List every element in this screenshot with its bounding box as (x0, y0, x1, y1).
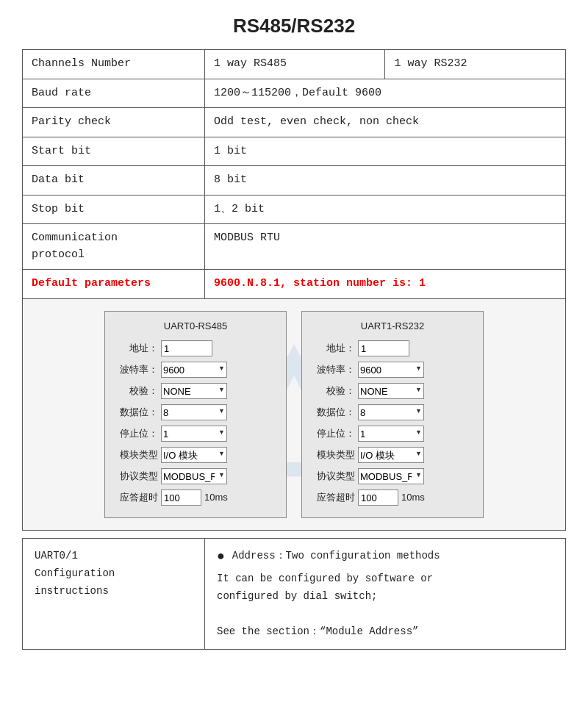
field-label: 模块类型 (115, 448, 158, 462)
panel1-field-1: 波特率： 9600 (312, 362, 473, 378)
field-label: 模块类型 (312, 448, 355, 462)
field-label: 协议类型 (312, 469, 355, 484)
panel1-timeout-field: 应答超时 10ms (312, 489, 473, 506)
panel0-field-2: 校验： NONE (115, 383, 276, 399)
panel1-field-3: 数据位： 8 (312, 404, 473, 420)
row-value: MODBUS RTU (205, 224, 566, 270)
panel1-field-2: 校验： NONE (312, 383, 473, 399)
ui-panels-cell: UART0-RS485地址： 波特率： 9600 校验： NONE 数据位： 8… (23, 298, 566, 531)
field-input[interactable] (358, 340, 409, 356)
row-value: Odd test, even check, non check (205, 108, 566, 137)
field-label: 协议类型 (115, 469, 158, 484)
field-select[interactable]: 1 (358, 426, 424, 442)
field-select[interactable]: I/O 模块 (161, 447, 227, 463)
select-wrapper: 8 (161, 404, 227, 420)
field-label: 数据位： (312, 405, 355, 420)
row-value: 1、2 bit (205, 195, 566, 224)
field-select[interactable]: MODBUS_RTU (358, 468, 424, 484)
field-select[interactable]: NONE (161, 383, 227, 399)
timeout-unit: 10ms (401, 490, 425, 505)
field-label: 波特率： (115, 362, 158, 377)
select-wrapper: 8 (358, 404, 424, 420)
panel0-field-3: 数据位： 8 (115, 404, 276, 420)
row-value: 1200～115200，Default 9600 (205, 79, 566, 108)
select-wrapper: NONE (161, 383, 227, 399)
field-label: 数据位： (115, 405, 158, 420)
page-title: RS485/RS232 (22, 15, 566, 37)
select-wrapper: 9600 (161, 362, 227, 378)
panel1-field-0: 地址： (312, 340, 473, 356)
field-label: 应答超时 (115, 490, 158, 505)
specs-table: Channels Number 1 way RS485 1 way RS232B… (22, 49, 566, 531)
panel0-field-1: 波特率： 9600 (115, 362, 276, 378)
panel1-field-6: 协议类型 MODBUS_RTU (312, 468, 473, 484)
bullet-item: ● Address：Two configuration methods (217, 548, 553, 566)
select-wrapper: 9600 (358, 362, 424, 378)
select-wrapper: MODBUS_RTU (161, 468, 227, 484)
bullet-icon: ● (217, 548, 225, 566)
bullet-text: Address：Two configuration methods (232, 548, 440, 565)
field-select[interactable]: 8 (358, 404, 424, 420)
row-label: Data bit (23, 166, 205, 196)
panel0-timeout-field: 应答超时 10ms (115, 489, 276, 506)
note1: It can be configured by software or conf… (217, 570, 553, 606)
select-wrapper: NONE (358, 383, 424, 399)
field-label: 波特率： (312, 362, 355, 377)
field-label: 校验： (312, 384, 355, 398)
row-label: Parity check (23, 108, 205, 137)
default-value: 9600.N.8.1, station number is: 1 (205, 270, 566, 299)
panel1-title: UART1-RS232 (312, 319, 473, 334)
row-label: Start bit (23, 137, 205, 166)
panel0-panel: UART0-RS485地址： 波特率： 9600 校验： NONE 数据位： 8… (104, 311, 287, 519)
panel1-panel: UART1-RS232地址： 波特率： 9600 校验： NONE 数据位： 8… (301, 311, 484, 519)
instructions-table: UART0/1 Configuration instructions ● Add… (22, 538, 566, 650)
select-wrapper: 1 (161, 426, 227, 442)
panel0-title: UART0-RS485 (115, 319, 276, 334)
field-label: 地址： (312, 341, 355, 356)
field-label: 校验： (115, 384, 158, 398)
panel0-field-0: 地址： (115, 340, 276, 356)
note3: See the section：“Module Address” (217, 623, 553, 641)
label-line3: instructions (35, 585, 109, 597)
field-select[interactable]: 1 (161, 426, 227, 442)
row-value: 8 bit (205, 166, 566, 196)
label-line1: UART0/1 (35, 550, 78, 562)
field-input[interactable] (161, 340, 212, 356)
field-label: 地址： (115, 341, 158, 356)
label-line2: Configuration (35, 567, 115, 579)
row-label: Channels Number (23, 50, 205, 79)
select-wrapper: 1 (358, 426, 424, 442)
row-value: 1 bit (205, 137, 566, 166)
instructions-label: UART0/1 Configuration instructions (23, 539, 205, 650)
field-label: 停止位： (115, 426, 158, 441)
select-wrapper: I/O 模块 (358, 447, 424, 463)
field-select[interactable]: NONE (358, 383, 424, 399)
field-label: 停止位： (312, 426, 355, 441)
row-label: Communicationprotocol (23, 224, 205, 270)
field-select[interactable]: 8 (161, 404, 227, 420)
timeout-input[interactable] (161, 489, 201, 506)
timeout-input[interactable] (358, 489, 398, 506)
instructions-content: ● Address：Two configuration methods It c… (205, 539, 566, 650)
default-label: Default parameters (23, 270, 205, 299)
select-wrapper: I/O 模块 (161, 447, 227, 463)
panel0-field-4: 停止位： 1 (115, 426, 276, 442)
row-label: Baud rate (23, 79, 205, 108)
field-select[interactable]: MODBUS_RTU (161, 468, 227, 484)
row-value: 1 way RS485 (205, 50, 385, 79)
row-label: Stop bit (23, 195, 205, 224)
timeout-unit: 10ms (204, 490, 228, 505)
panel1-field-5: 模块类型 I/O 模块 (312, 447, 473, 463)
panel0-field-6: 协议类型 MODBUS_RTU (115, 468, 276, 484)
field-select[interactable]: I/O 模块 (358, 447, 424, 463)
field-label: 应答超时 (312, 490, 355, 505)
row-value2: 1 way RS232 (385, 50, 566, 79)
field-select[interactable]: 9600 (161, 362, 227, 378)
field-select[interactable]: 9600 (358, 362, 424, 378)
select-wrapper: MODBUS_RTU (358, 468, 424, 484)
panel1-field-4: 停止位： 1 (312, 426, 473, 442)
panel0-field-5: 模块类型 I/O 模块 (115, 447, 276, 463)
